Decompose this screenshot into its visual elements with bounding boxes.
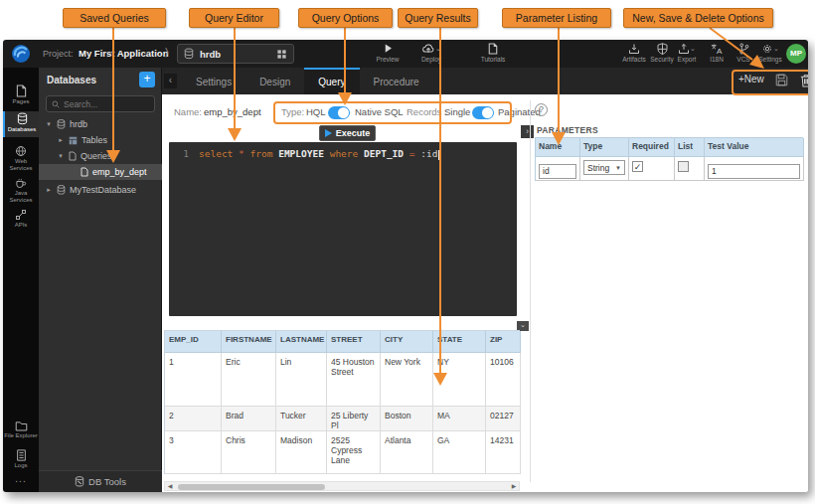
tab-settings[interactable]: Settings bbox=[182, 68, 245, 94]
sidebar-item-pages[interactable]: Pages bbox=[3, 84, 39, 105]
sidebar-item-web-services[interactable]: Web Services bbox=[3, 143, 39, 171]
records-toggle[interactable] bbox=[472, 106, 494, 119]
test-value-input[interactable] bbox=[708, 164, 800, 179]
query-file-icon bbox=[81, 167, 88, 177]
grid-icon[interactable] bbox=[276, 49, 287, 60]
add-database-button[interactable]: + bbox=[139, 72, 155, 87]
horizontal-scrollbar[interactable]: ◀ ▶ bbox=[164, 481, 520, 491]
col-header[interactable]: CITY bbox=[381, 331, 433, 353]
col-header[interactable]: LASTNAME bbox=[276, 331, 327, 353]
help-icon[interactable]: ? bbox=[535, 103, 548, 116]
expand-panel-button[interactable]: › bbox=[521, 125, 534, 138]
database-selector[interactable]: hrdb bbox=[177, 44, 294, 64]
col-header: Test Value bbox=[705, 138, 804, 157]
callout-query-editor: Query Editor bbox=[189, 8, 279, 28]
tree-node-queries[interactable]: ▾ Queries bbox=[39, 149, 162, 163]
table-row[interactable]: 1Eric Lin45 Houston Street New YorkNY 10… bbox=[165, 353, 520, 407]
database-icon bbox=[57, 185, 66, 195]
delete-query-button[interactable] bbox=[800, 74, 808, 87]
records-option-single[interactable]: Single bbox=[444, 106, 470, 117]
api-nodes-icon bbox=[3, 207, 39, 221]
col-header[interactable]: STATE bbox=[433, 331, 486, 353]
trash-icon bbox=[800, 74, 808, 87]
new-query-button[interactable]: +New bbox=[738, 74, 764, 84]
table-row[interactable]: 2Brad Tucker25 Liberty Pl BostonMA 02127 bbox=[165, 407, 520, 431]
query-results-table: EMP_ID FIRSTNAME LASTNAME STREET CITY ST… bbox=[164, 330, 520, 474]
page-icon bbox=[3, 84, 39, 97]
more-options-button[interactable]: ... bbox=[3, 473, 39, 484]
database-search-input[interactable]: Search... bbox=[46, 95, 155, 112]
deploy-button[interactable]: ⌄ Deploy bbox=[409, 42, 453, 66]
type-option-hql[interactable]: HQL bbox=[306, 106, 326, 117]
required-checkbox[interactable]: ✓ bbox=[632, 161, 643, 172]
scroll-left-arrow[interactable]: ◀ bbox=[165, 482, 175, 490]
callout-new-save-delete: New, Save & Delete Options bbox=[623, 8, 773, 28]
sidebar-item-logs[interactable]: Logs bbox=[3, 447, 39, 469]
line-number: 1 bbox=[169, 148, 189, 159]
callout-saved-queries: Saved Queries bbox=[63, 8, 166, 28]
tree-node-hrdb[interactable]: ▾ hrdb bbox=[39, 117, 162, 131]
database-selector-value: hrdb bbox=[200, 49, 270, 60]
log-file-icon bbox=[3, 447, 39, 461]
col-header[interactable]: EMP_ID bbox=[165, 331, 222, 353]
parameters-title: PARAMETERS bbox=[537, 125, 598, 135]
sidebar-item-apis[interactable]: APIs bbox=[3, 207, 39, 229]
ellipsis-icon: ... bbox=[15, 473, 26, 484]
parameter-row: String▼ ✓ bbox=[536, 157, 803, 181]
sidebar-item-java-services[interactable]: Java Services bbox=[3, 175, 39, 203]
tab-procedure[interactable]: Procedure bbox=[360, 68, 433, 94]
name-label: Name: bbox=[174, 106, 202, 117]
caret-right-icon[interactable]: ▸ bbox=[45, 186, 53, 194]
app-screenshot: Saved Queries Query Editor Query Options… bbox=[0, 0, 815, 504]
execute-button[interactable]: Execute bbox=[319, 125, 376, 141]
col-header[interactable]: STREET bbox=[327, 331, 381, 353]
play-icon bbox=[325, 129, 332, 137]
scrollbar-thumb[interactable] bbox=[178, 484, 325, 490]
sql-editor[interactable]: 1 select * from EMPLOYEE where DEPT_ID =… bbox=[169, 142, 517, 316]
list-checkbox[interactable] bbox=[678, 161, 689, 172]
parameter-name-input[interactable] bbox=[539, 164, 576, 179]
preview-button[interactable]: Preview bbox=[368, 42, 408, 66]
col-header: List bbox=[675, 138, 705, 157]
table-row[interactable]: 3Chris Madison2525 Cypress Lane AtlantaG… bbox=[165, 431, 520, 474]
globe-icon bbox=[3, 143, 39, 157]
left-icon-bar: Pages Databases bbox=[3, 68, 39, 492]
tree-node-mytestdatabase[interactable]: ▸ MyTestDatabase bbox=[39, 183, 162, 197]
databases-panel: Databases + Search... ▾ hrdb ▸ bbox=[39, 68, 162, 492]
db-tools-button[interactable]: DB Tools bbox=[39, 470, 162, 492]
col-header[interactable]: FIRSTNAME bbox=[222, 331, 276, 353]
tree-node-emp-by-dept[interactable]: emp_by_dept bbox=[39, 164, 162, 180]
caret-right-icon[interactable]: ▸ bbox=[57, 136, 65, 144]
project-name: My First Application bbox=[79, 48, 168, 59]
callout-query-results: Query Results bbox=[398, 8, 478, 28]
collapse-panel-button[interactable]: ‹ bbox=[164, 74, 177, 88]
records-label: Records : bbox=[407, 106, 447, 117]
tree-node-tables[interactable]: ▸ Tables bbox=[39, 133, 162, 147]
ide-window: Project: My First Application 〉 hrdb Pre bbox=[3, 40, 808, 492]
sidebar-item-databases[interactable]: Databases bbox=[3, 111, 39, 137]
type-option-native-sql[interactable]: Native SQL bbox=[355, 106, 404, 117]
results-header-row: EMP_ID FIRSTNAME LASTNAME STREET CITY ST… bbox=[165, 331, 520, 353]
scroll-right-arrow[interactable]: ▶ bbox=[509, 482, 519, 490]
sidebar-item-file-explorer[interactable]: File Explorer bbox=[3, 418, 39, 439]
col-header[interactable]: ZIP bbox=[486, 331, 521, 353]
save-query-button[interactable] bbox=[775, 74, 788, 86]
project-label: Project: bbox=[43, 49, 74, 59]
query-workspace: Name: emp_by_dept Type: HQL Native SQL R… bbox=[162, 94, 808, 492]
top-bar: Project: My First Application 〉 hrdb Pre bbox=[3, 40, 808, 68]
caret-down-icon[interactable]: ▾ bbox=[45, 120, 53, 128]
tab-design[interactable]: Design bbox=[245, 68, 304, 94]
wavemaker-logo-icon bbox=[11, 44, 31, 64]
search-icon bbox=[52, 100, 60, 108]
tutorials-button[interactable]: Tutorials bbox=[471, 42, 515, 66]
panel-divider bbox=[530, 100, 531, 482]
table-icon bbox=[69, 136, 78, 145]
document-icon bbox=[471, 42, 515, 55]
caret-down-icon[interactable]: ▾ bbox=[57, 152, 65, 160]
type-toggle[interactable] bbox=[328, 106, 350, 119]
settings-button[interactable]: ⌄ Settings bbox=[750, 42, 790, 66]
toggle-knob bbox=[338, 107, 349, 118]
tab-query[interactable]: Query bbox=[304, 68, 359, 94]
parameter-type-select[interactable]: String▼ bbox=[583, 160, 625, 175]
user-avatar[interactable]: MP bbox=[786, 44, 806, 64]
